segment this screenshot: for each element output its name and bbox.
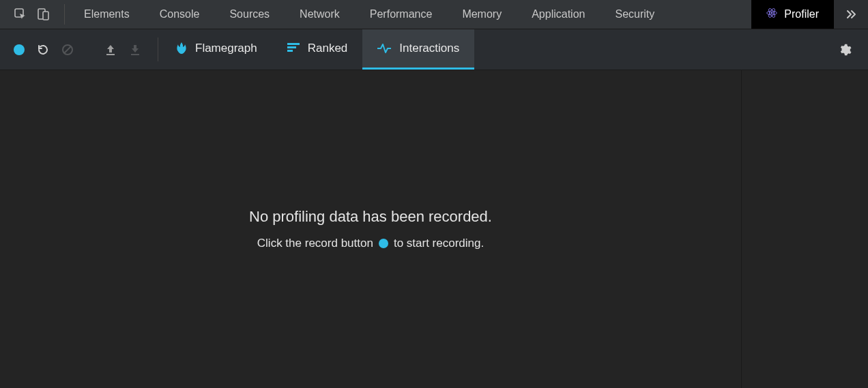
svg-rect-13 <box>287 50 293 52</box>
devtools-top-left-icons <box>0 0 60 29</box>
save-profile-button[interactable] <box>129 44 141 56</box>
profiler-body: No profiling data has been recorded. Cli… <box>0 70 868 388</box>
upload-icon <box>104 44 117 56</box>
profiler-toolbar: Flamegraph Ranked Interactions <box>0 29 868 70</box>
gear-icon <box>838 43 852 57</box>
tabs-overflow-button[interactable] <box>834 0 868 29</box>
tab-label: Network <box>300 8 340 20</box>
record-dot-icon <box>379 239 388 248</box>
toolbar-spacer <box>474 29 822 70</box>
tab-application[interactable]: Application <box>517 0 600 29</box>
devtools-top-tabs: Elements Console Sources Network Perform… <box>0 0 868 29</box>
svg-point-3 <box>771 12 773 14</box>
tab-label: Memory <box>462 8 502 20</box>
empty-state-title: No profiling data has been recorded. <box>249 208 492 226</box>
view-tab-label: Ranked <box>308 42 348 55</box>
empty-state-subtitle: Click the record button to start recordi… <box>257 237 484 250</box>
svg-rect-10 <box>131 54 139 55</box>
tab-label: Elements <box>84 8 130 20</box>
tab-console[interactable]: Console <box>145 0 215 29</box>
react-icon <box>766 8 777 21</box>
profiler-main-pane: No profiling data has been recorded. Cli… <box>0 70 741 388</box>
flame-icon <box>176 42 187 55</box>
device-toolbar-icon[interactable] <box>37 8 50 21</box>
reload-icon <box>37 44 49 56</box>
clear-button[interactable] <box>61 44 74 56</box>
svg-rect-11 <box>287 43 300 45</box>
view-tab-label: Interactions <box>399 42 459 55</box>
download-icon <box>129 44 141 56</box>
inspect-element-icon[interactable] <box>14 8 27 21</box>
ranked-icon <box>287 43 300 54</box>
svg-rect-2 <box>43 12 48 20</box>
vertical-divider <box>64 4 65 25</box>
tab-label: Application <box>532 8 585 20</box>
svg-rect-12 <box>287 46 296 48</box>
empty-hint-after: to start recording. <box>394 237 484 250</box>
tab-label: Sources <box>229 8 270 20</box>
view-tab-label: Flamegraph <box>195 42 257 55</box>
chevron-double-right-icon <box>845 8 857 20</box>
reload-button[interactable] <box>37 44 49 56</box>
record-button[interactable] <box>14 44 25 55</box>
load-profile-button[interactable] <box>104 44 117 56</box>
tab-profiler[interactable]: Profiler <box>751 0 834 29</box>
tab-sources[interactable]: Sources <box>214 0 285 29</box>
tab-spacer <box>669 0 751 29</box>
tab-network[interactable]: Network <box>285 0 355 29</box>
clear-icon <box>61 44 74 56</box>
profiler-settings-button[interactable] <box>822 29 868 70</box>
activity-icon <box>377 43 391 54</box>
tab-performance[interactable]: Performance <box>355 0 448 29</box>
record-dot-icon <box>14 44 25 55</box>
svg-rect-9 <box>106 54 115 55</box>
profiler-tool-icons <box>0 29 155 70</box>
tab-elements[interactable]: Elements <box>69 0 145 29</box>
view-tab-flamegraph[interactable]: Flamegraph <box>161 29 272 70</box>
view-tab-ranked[interactable]: Ranked <box>272 29 363 70</box>
empty-hint-before: Click the record button <box>257 237 373 250</box>
profiler-side-pane <box>741 70 868 388</box>
tab-label: Performance <box>370 8 433 20</box>
vertical-divider <box>158 38 158 61</box>
tab-label: Profiler <box>784 8 819 20</box>
tab-label: Console <box>160 8 200 20</box>
svg-line-8 <box>64 46 71 53</box>
tab-memory[interactable]: Memory <box>447 0 517 29</box>
view-tab-interactions[interactable]: Interactions <box>362 29 474 70</box>
tab-security[interactable]: Security <box>600 0 669 29</box>
tab-label: Security <box>615 8 654 20</box>
